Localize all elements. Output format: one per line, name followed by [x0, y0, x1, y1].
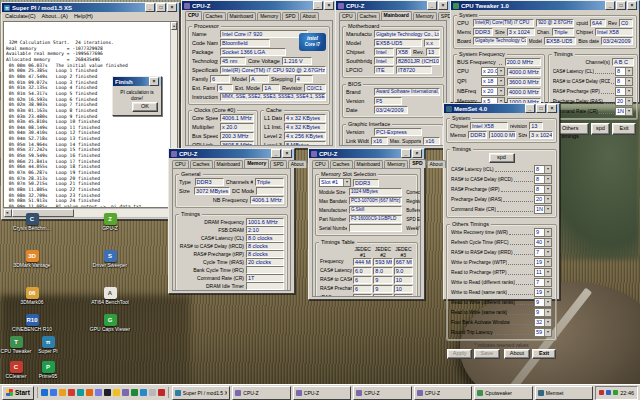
desktop-icon[interactable]: π Super PI: [26, 336, 70, 355]
timing-selector[interactable]: 8▾: [615, 67, 633, 76]
chevron-down-icon[interactable]: ▾: [544, 166, 551, 173]
quick-launch-icon[interactable]: [140, 389, 147, 396]
menu-calculate[interactable]: Calculate(C): [5, 13, 36, 20]
taskbar-task-button[interactable]: Super PI / mod1.5 XS: [172, 386, 230, 400]
tray-icon[interactable]: [606, 390, 611, 395]
cpuz-tab[interactable]: Memory: [244, 159, 269, 168]
cpuz-tab[interactable]: Memory: [257, 12, 281, 20]
close-icon[interactable]: ×: [149, 77, 159, 86]
timing-selector[interactable]: 20▾: [615, 97, 633, 106]
maximize-icon[interactable]: □: [536, 104, 546, 113]
chevron-down-icon[interactable]: ▾: [343, 179, 350, 186]
minimize-icon[interactable]: _: [145, 3, 155, 12]
desktop-icon[interactable]: 06 3DMark06: [10, 287, 54, 306]
cpuz-tab[interactable]: Caches: [203, 12, 226, 20]
start-button[interactable]: Start: [2, 386, 34, 400]
cpuz-titlebar[interactable]: CPU-Z _ ×: [169, 149, 294, 158]
minimize-icon[interactable]: _: [401, 149, 411, 158]
quick-launch-icon[interactable]: [149, 389, 156, 396]
timing-selector[interactable]: 1N▾: [615, 107, 633, 116]
multiplier-selector[interactable]: x 20.0▾: [481, 67, 505, 76]
quick-launch-icon[interactable]: [122, 389, 129, 396]
quick-launch-icon[interactable]: [86, 389, 93, 396]
quick-launch-icon[interactable]: [104, 389, 111, 396]
cpuz-titlebar[interactable]: CPU-Z _ ×: [182, 1, 336, 10]
timing-selector[interactable]: 8▾: [534, 165, 552, 174]
timing-selector[interactable]: 59▾: [534, 328, 552, 337]
timing-selector[interactable]: 7▾: [534, 248, 552, 257]
quick-launch-icon[interactable]: [59, 389, 66, 396]
chevron-down-icon[interactable]: ▾: [544, 329, 551, 336]
chevron-down-icon[interactable]: ▾: [544, 309, 551, 316]
spd-button[interactable]: spd: [591, 123, 611, 135]
chevron-down-icon[interactable]: ▾: [544, 229, 551, 236]
cpuz-tab[interactable]: Mainboard: [214, 160, 244, 168]
timing-selector[interactable]: 19▾: [534, 258, 552, 267]
memset-titlebar[interactable]: MemSet 4.0 _ □ ×: [444, 104, 559, 113]
chevron-down-icon[interactable]: ▾: [544, 206, 551, 213]
desktop-icon[interactable]: 3D 3DMark Vantage: [10, 250, 54, 269]
menu-about[interactable]: About...(A): [42, 13, 68, 20]
taskbar-task-button[interactable]: CPU-Z: [414, 386, 472, 400]
cpuz-tab[interactable]: About: [300, 12, 319, 20]
timing-selector[interactable]: 7▾: [534, 278, 552, 287]
timing-selector[interactable]: 40▾: [534, 238, 552, 247]
ok-button[interactable]: OK: [132, 102, 158, 112]
timing-selector[interactable]: 1N▾: [534, 205, 552, 214]
slot-selector[interactable]: Slot #1▾: [319, 178, 351, 187]
chevron-down-icon[interactable]: ▾: [544, 249, 551, 256]
cpuz-tab[interactable]: Mainboard: [381, 11, 412, 20]
quick-launch-icon[interactable]: [158, 389, 165, 396]
cpuz-titlebar[interactable]: CPU-Z _ ×: [309, 149, 424, 158]
quick-launch-icon[interactable]: [113, 389, 120, 396]
desktop-icon[interactable]: Z GPU-Z: [88, 213, 132, 232]
timing-selector[interactable]: 9▾: [534, 228, 552, 237]
chevron-down-icon[interactable]: ▾: [544, 259, 551, 266]
timing-selector[interactable]: 32▾: [534, 318, 552, 327]
quick-launch-icon[interactable]: [41, 389, 48, 396]
finish-dialog-titlebar[interactable]: Finish ×: [113, 77, 161, 86]
cputweaker-titlebar[interactable]: CPU Tweaker 1.0 _ □ ×: [451, 1, 639, 10]
tray-icon[interactable]: [599, 390, 604, 395]
apply-button[interactable]: Apply: [447, 349, 472, 359]
close-icon[interactable]: ×: [547, 104, 557, 113]
close-icon[interactable]: ×: [324, 1, 334, 10]
maximize-icon[interactable]: □: [156, 3, 166, 12]
desktop-icon[interactable]: G GPU Caps Viewer: [88, 314, 132, 333]
taskbar-task-button[interactable]: CPU-Z: [353, 386, 411, 400]
cpuz-tab[interactable]: About: [427, 160, 446, 168]
minimize-icon[interactable]: _: [525, 104, 535, 113]
cpuz-tab[interactable]: Memory: [384, 160, 408, 168]
cpuz-tab[interactable]: CPU: [339, 12, 356, 20]
timing-selector[interactable]: 8▾: [615, 77, 633, 86]
close-icon[interactable]: ×: [627, 1, 637, 10]
chevron-down-icon[interactable]: ▾: [544, 279, 551, 286]
desktop-icon[interactable]: C Crysis Benchm...: [10, 213, 54, 232]
cpuz-tab[interactable]: Caches: [330, 160, 353, 168]
spd-button[interactable]: spd: [489, 153, 515, 163]
chevron-down-icon[interactable]: ▾: [544, 196, 551, 203]
exit-button[interactable]: Exit: [612, 123, 636, 135]
tray-icon[interactable]: [613, 390, 618, 395]
desktop-icon[interactable]: R10 CINEBENCH R10: [10, 314, 54, 333]
cpuz-tab[interactable]: SPD: [409, 159, 425, 168]
chevron-down-icon[interactable]: ▾: [544, 269, 551, 276]
scroll-up-icon[interactable]: ▴: [171, 22, 177, 30]
maximize-icon[interactable]: □: [616, 1, 626, 10]
cpuz-tab[interactable]: Mainboard: [354, 160, 384, 168]
about-button[interactable]: About: [504, 349, 531, 359]
close-icon[interactable]: ×: [282, 149, 292, 158]
quick-launch-icon[interactable]: [95, 389, 102, 396]
save-button[interactable]: Save: [474, 349, 499, 359]
chevron-down-icon[interactable]: ▾: [544, 186, 551, 193]
timing-selector[interactable]: 9▾: [534, 298, 552, 307]
chevron-down-icon[interactable]: ▾: [544, 289, 551, 296]
menu-help[interactable]: Help(H): [74, 13, 93, 20]
cpuz-tab[interactable]: Caches: [190, 160, 213, 168]
multiplier-selector[interactable]: x 20▾: [481, 87, 505, 96]
minimize-icon[interactable]: _: [605, 1, 615, 10]
chevron-down-icon[interactable]: ▾: [544, 176, 551, 183]
chevron-down-icon[interactable]: ▾: [625, 108, 632, 115]
taskbar-task-button[interactable]: Memset: [535, 386, 593, 400]
desktop-icon[interactable]: S Driver Sweeper: [88, 250, 132, 269]
